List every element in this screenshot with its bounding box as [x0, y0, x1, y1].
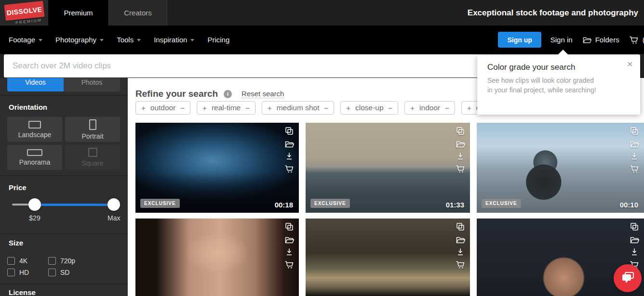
orientation-square-button[interactable]: Square: [65, 145, 120, 170]
nav-item-tools[interactable]: Tools: [117, 36, 141, 44]
color-grade-tooltip: × Color grade your search See how clips …: [477, 55, 640, 115]
add-to-cart-icon[interactable]: [455, 259, 466, 270]
chip-remove-icon[interactable]: −: [389, 104, 393, 112]
video-thumbnail-concert[interactable]: EXCLUSIVE 00:18: [135, 123, 299, 213]
chip-add-icon[interactable]: +: [268, 104, 272, 112]
add-to-cart-icon[interactable]: [629, 164, 640, 174]
divider: [0, 175, 128, 176]
chip-outdoor[interactable]: + outdoor −: [135, 101, 190, 115]
price-max-label: Max: [107, 214, 120, 222]
video-thumbnail-woman-face[interactable]: [135, 219, 299, 296]
add-to-folder-icon[interactable]: [455, 235, 466, 245]
similar-clips-icon[interactable]: [455, 126, 466, 137]
nav-item-pricing[interactable]: Pricing: [207, 36, 229, 44]
filter-sidebar: Videos Photos Orientation Landscape Port…: [0, 78, 128, 296]
similar-clips-icon[interactable]: [284, 222, 295, 232]
tooltip-body: See how clips will look color graded in …: [487, 76, 601, 95]
thumbnail-actions: [629, 126, 640, 174]
landscape-icon: [28, 121, 41, 129]
checkbox-sd[interactable]: [48, 269, 56, 276]
chip-close-up[interactable]: + close-up −: [340, 101, 398, 115]
similar-clips-icon[interactable]: [284, 126, 295, 137]
chip-add-icon[interactable]: +: [410, 104, 415, 112]
chip-add-icon[interactable]: +: [346, 104, 350, 112]
download-icon[interactable]: [629, 152, 640, 161]
price-min-handle[interactable]: [28, 198, 41, 211]
divider: [0, 95, 128, 96]
nav-item-photography[interactable]: Photography: [55, 36, 104, 44]
download-icon[interactable]: [629, 247, 640, 257]
orientation-panorama-button[interactable]: Panorama: [7, 145, 62, 170]
checkbox-hd[interactable]: [7, 269, 15, 276]
video-thumbnail-jet-pilot[interactable]: EXCLUSIVE 00:10: [477, 123, 644, 213]
download-icon[interactable]: [455, 247, 466, 257]
chip-indoor[interactable]: + indoor −: [404, 101, 455, 115]
size-heading: Size: [9, 239, 23, 247]
close-icon[interactable]: ×: [627, 58, 633, 70]
clip-duration: 01:33: [446, 201, 464, 209]
chip-add-icon[interactable]: +: [202, 104, 207, 112]
chevron-down-icon: [137, 39, 141, 41]
similar-clips-icon[interactable]: [629, 126, 640, 137]
add-to-folder-icon[interactable]: [455, 140, 466, 149]
thumbnail-actions: [284, 126, 295, 174]
folders-link[interactable]: Folders: [582, 36, 619, 44]
checkbox-4k[interactable]: [7, 257, 15, 265]
chip-remove-icon[interactable]: −: [324, 104, 328, 112]
add-to-cart-icon[interactable]: [284, 164, 295, 174]
reset-search-link[interactable]: Reset search: [242, 90, 284, 98]
checkbox-720p[interactable]: [48, 257, 56, 265]
dissolve-logo[interactable]: DISSOLVE PREMIUM: [0, 0, 48, 26]
folder-icon: [582, 36, 592, 44]
chip-remove-icon[interactable]: −: [445, 104, 449, 112]
tab-creators[interactable]: Creators: [108, 0, 167, 26]
video-thumbnail-oil-rig[interactable]: EXCLUSIVE 01:33: [306, 123, 470, 213]
download-icon[interactable]: [284, 247, 295, 257]
similar-clips-icon[interactable]: [455, 222, 466, 232]
refine-header: Refine your search i Reset search: [135, 89, 284, 99]
add-to-folder-icon[interactable]: [284, 235, 295, 245]
add-to-folder-icon[interactable]: [629, 235, 640, 245]
add-to-cart-icon[interactable]: [455, 164, 466, 174]
price-max-handle[interactable]: [107, 198, 120, 211]
similar-clips-icon[interactable]: [629, 222, 640, 232]
download-icon[interactable]: [284, 152, 295, 161]
divider: [0, 284, 128, 284]
exclusive-badge: EXCLUSIVE: [482, 199, 521, 208]
chat-button[interactable]: [614, 264, 642, 292]
portrait-icon: [89, 119, 96, 130]
info-icon[interactable]: i: [224, 90, 232, 98]
chip-real-time[interactable]: + real-time −: [197, 101, 255, 115]
site-tagline: Exceptional stock footage and photograph…: [468, 0, 638, 26]
slider-range[interactable]: [35, 204, 114, 206]
add-to-cart-icon[interactable]: [284, 259, 295, 270]
size-options: 4K 720p HD SD: [7, 255, 104, 278]
nav-item-inspiration[interactable]: Inspiration: [154, 36, 194, 44]
panorama-icon: [27, 149, 42, 156]
tooltip-title: Color grade your search: [487, 63, 575, 72]
chip-remove-icon[interactable]: −: [180, 104, 185, 112]
download-icon[interactable]: [455, 152, 466, 161]
thumbnail-actions: [455, 222, 466, 270]
orientation-options: Landscape Portrait Panorama Square: [7, 117, 120, 170]
chevron-down-icon: [39, 39, 42, 41]
chip-medium-shot[interactable]: + medium shot −: [262, 101, 334, 115]
chip-add-icon[interactable]: +: [141, 104, 146, 112]
refine-chips: + outdoor − + real-time − + medium shot …: [135, 101, 503, 115]
sign-in-link[interactable]: Sign in: [550, 36, 573, 44]
refine-title: Refine your search: [135, 89, 218, 99]
video-thumbnail-storm[interactable]: [306, 219, 470, 296]
orientation-landscape-button[interactable]: Landscape: [7, 117, 62, 142]
sign-up-button[interactable]: Sign up: [498, 32, 541, 48]
size-option-4k: 4K: [7, 255, 48, 267]
add-to-folder-icon[interactable]: [284, 140, 295, 149]
exclusive-badge: EXCLUSIVE: [310, 199, 350, 208]
cart-link[interactable]: (0: [629, 35, 644, 45]
add-to-folder-icon[interactable]: [629, 140, 640, 149]
chip-add-icon[interactable]: +: [467, 104, 471, 112]
tab-premium[interactable]: Premium: [48, 0, 108, 26]
orientation-portrait-button[interactable]: Portrait: [65, 117, 120, 142]
chip-remove-icon[interactable]: −: [245, 104, 250, 112]
thumbnail-actions: [629, 222, 640, 270]
nav-item-footage[interactable]: Footage: [9, 36, 42, 44]
